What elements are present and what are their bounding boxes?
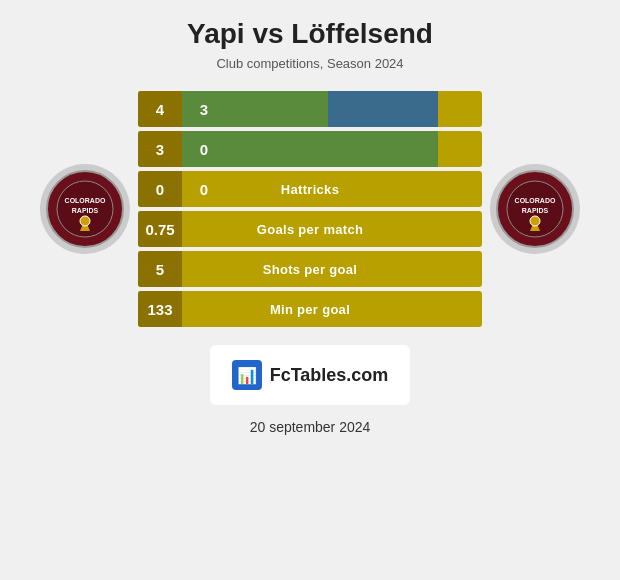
svg-text:RAPIDS: RAPIDS <box>72 207 99 214</box>
svg-point-5 <box>80 216 90 226</box>
stat-right-value: 0 <box>182 171 226 207</box>
stat-left-value: 0.75 <box>138 211 182 247</box>
stat-left-value: 4 <box>138 91 182 127</box>
page-container: Yapi vs Löffelsend Club competitions, Se… <box>0 0 620 580</box>
svg-point-11 <box>530 216 540 226</box>
stat-row: 133Min per goal <box>138 291 482 327</box>
stats-column: 4Matches33Goals00Hattricks00.75Goals per… <box>138 91 482 327</box>
stat-right-value <box>182 211 226 247</box>
left-team-logo: COLORADO RAPIDS <box>45 169 125 249</box>
stat-right-value <box>182 291 226 327</box>
stat-right-value: 3 <box>182 91 226 127</box>
stat-left-value: 3 <box>138 131 182 167</box>
stat-right-value <box>182 251 226 287</box>
svg-text:COLORADO: COLORADO <box>515 197 556 204</box>
stat-left-value: 5 <box>138 251 182 287</box>
logo-strip: 📊 FcTables.com <box>210 345 410 405</box>
fctables-icon: 📊 <box>232 360 262 390</box>
page-title: Yapi vs Löffelsend <box>187 18 433 50</box>
right-team-badge: COLORADO RAPIDS <box>490 164 580 254</box>
stat-right-value: 0 <box>182 131 226 167</box>
svg-text:RAPIDS: RAPIDS <box>522 207 549 214</box>
stat-row: 0.75Goals per match <box>138 211 482 247</box>
matchup-area: COLORADO RAPIDS 4Matches33Goals00Hattric… <box>40 91 580 327</box>
page-subtitle: Club competitions, Season 2024 <box>216 56 403 71</box>
right-team-logo: COLORADO RAPIDS <box>495 169 575 249</box>
left-team-badge: COLORADO RAPIDS <box>40 164 130 254</box>
date-label: 20 september 2024 <box>250 419 371 435</box>
stat-row: 0Hattricks0 <box>138 171 482 207</box>
svg-text:COLORADO: COLORADO <box>65 197 106 204</box>
stat-left-value: 0 <box>138 171 182 207</box>
fctables-label: FcTables.com <box>270 365 389 386</box>
stat-row: 5Shots per goal <box>138 251 482 287</box>
stat-row: 4Matches3 <box>138 91 482 127</box>
stat-row: 3Goals0 <box>138 131 482 167</box>
stat-left-value: 133 <box>138 291 182 327</box>
